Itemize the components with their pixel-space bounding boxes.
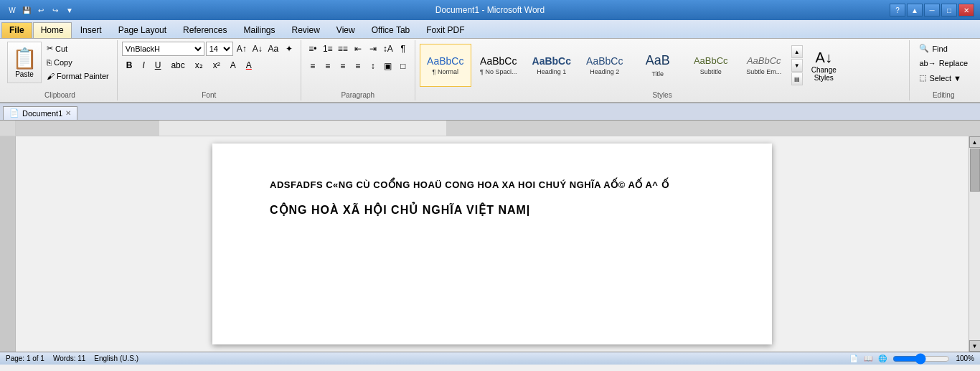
paste-button[interactable]: 📋 Paste [7, 42, 42, 83]
shading-btn[interactable]: ▣ [381, 59, 395, 73]
tab-mailings[interactable]: Mailings [235, 22, 283, 38]
scroll-thumb[interactable] [970, 149, 980, 192]
show-formatting-btn[interactable]: ¶ [396, 42, 410, 56]
vertical-scrollbar: ▲ ▼ [969, 136, 980, 352]
multilevel-list-btn[interactable]: ≡≡ [336, 42, 350, 56]
help-btn[interactable]: ? [890, 4, 905, 17]
styles-nav: ▲ ▼ ▤ [791, 45, 803, 85]
font-color-btn[interactable]: A [242, 59, 256, 72]
subscript-btn[interactable]: x₂ [191, 59, 207, 72]
document-page: ADSFADFS C«NG CÙ COỔNG HOAÜ CONG HOA XA … [212, 144, 772, 344]
editing-group: 🔍 Find ab→ Replace ⬚ Select ▼ Editing [910, 40, 977, 100]
select-button[interactable]: ⬚ Select ▼ [914, 71, 973, 85]
clipboard-group-label: Clipboard [44, 91, 75, 99]
style-normal-preview: AaBbCc [427, 55, 463, 67]
tab-pagelayout[interactable]: Page Layout [110, 22, 174, 38]
superscript-btn[interactable]: x² [209, 59, 225, 72]
align-center-btn[interactable]: ≡ [321, 59, 335, 73]
decrease-indent-btn[interactable]: ⇤ [351, 42, 365, 56]
save-btn[interactable]: 💾 [20, 4, 33, 17]
italic-button[interactable]: I [138, 59, 149, 72]
style-no-spacing-preview: AaBbCc [480, 55, 517, 67]
status-left: Page: 1 of 1 Words: 11 English (U.S.) [6, 354, 138, 362]
tab-insert[interactable]: Insert [72, 22, 110, 38]
style-heading1[interactable]: AaBbCc Heading 1 [526, 44, 578, 87]
doc-tab-icon: 📄 [9, 108, 19, 118]
replace-button[interactable]: ab→ Replace [914, 57, 973, 70]
para-row-1: ≡• 1≡ ≡≡ ⇤ ⇥ ↕A ¶ [306, 42, 410, 56]
close-btn[interactable]: ✕ [958, 4, 974, 17]
styles-container: AaBbCc ¶ Normal AaBbCc ¶ No Spaci... AaB… [420, 44, 790, 87]
style-subtle-em[interactable]: AaBbCc Subtle Em... [738, 44, 790, 87]
format-painter-button[interactable]: 🖌 Format Painter [43, 70, 113, 83]
styles-scroll-up-btn[interactable]: ▲ [791, 45, 803, 58]
undo-btn[interactable]: ↩ [34, 4, 47, 17]
scroll-up-btn[interactable]: ▲ [969, 136, 981, 148]
line-spacing-btn[interactable]: ↕ [366, 59, 380, 73]
minimize-btn[interactable]: ─ [924, 4, 940, 17]
view-web-btn[interactable]: 🌐 [878, 354, 887, 362]
styles-expand-btn[interactable]: ▤ [791, 72, 803, 85]
style-subtitle[interactable]: AaBbCc Subtitle [685, 44, 737, 87]
tab-review[interactable]: Review [283, 22, 327, 38]
increase-font-btn[interactable]: A↑ [235, 42, 249, 56]
zoom-slider[interactable] [892, 354, 950, 363]
align-right-btn[interactable]: ≡ [336, 59, 350, 73]
bold-button[interactable]: B [122, 59, 137, 72]
style-title[interactable]: AaB Title [632, 44, 684, 87]
sort-btn[interactable]: ↕A [381, 42, 395, 56]
cut-label: Cut [55, 44, 67, 53]
increase-indent-btn[interactable]: ⇥ [366, 42, 380, 56]
tab-view[interactable]: View [329, 22, 363, 38]
word-count: Words: 11 [53, 354, 85, 362]
justify-btn[interactable]: ≡ [351, 59, 365, 73]
styles-scroll-down-btn[interactable]: ▼ [791, 59, 803, 72]
align-left-btn[interactable]: ≡ [306, 59, 320, 73]
clear-format-btn[interactable]: ✦ [282, 42, 296, 56]
decrease-font-btn[interactable]: A↓ [250, 42, 265, 56]
document-scroll-area[interactable]: ADSFADFS C«NG CÙ COỔNG HOAÜ CONG HOA XA … [16, 136, 969, 352]
scroll-track[interactable] [969, 148, 980, 340]
underline-button[interactable]: U [151, 59, 166, 72]
tab-foxitpdf[interactable]: Foxit PDF [418, 22, 472, 38]
ruler-area [0, 121, 980, 136]
font-row-2: B I U abc x₂ x² A A [122, 59, 256, 72]
word-icon-btn[interactable]: W [6, 4, 19, 17]
tab-home[interactable]: Home [33, 22, 72, 38]
status-bar: Page: 1 of 1 Words: 11 English (U.S.) 📄 … [0, 352, 980, 365]
document-line-1: ADSFADFS C«NG CÙ COỔNG HOAÜ CONG HOA XA … [270, 179, 715, 190]
font-size-select[interactable]: 14 [206, 42, 233, 56]
strikethrough-btn[interactable]: abc [166, 59, 189, 72]
scroll-down-btn[interactable]: ▼ [969, 340, 981, 352]
styles-group: AaBbCc ¶ Normal AaBbCc ¶ No Spaci... AaB… [415, 40, 910, 100]
style-no-spacing-label: ¶ No Spaci... [480, 68, 517, 75]
ribbon-toggle-btn[interactable]: ▲ [907, 4, 923, 17]
window-title: Document1 - Microsoft Word [0, 5, 980, 15]
doc-tab-close-btn[interactable]: ✕ [65, 109, 71, 117]
tab-references[interactable]: References [175, 22, 235, 38]
document-line-2: CỘNG HOÀ XÃ HỘI CHỦ NGHĨA VIỆT NAM [270, 203, 715, 217]
tab-file[interactable]: File [1, 22, 32, 38]
style-title-label: Title [651, 70, 664, 78]
cut-button[interactable]: ✂ Cut [43, 42, 113, 55]
font-family-select[interactable]: VnBlackH [122, 42, 204, 56]
restore-btn[interactable]: □ [941, 4, 957, 17]
view-reading-btn[interactable]: 📖 [864, 354, 872, 362]
text-highlight-btn[interactable]: A [226, 59, 240, 72]
numbering-btn[interactable]: 1≡ [321, 42, 335, 56]
bullets-btn[interactable]: ≡• [306, 42, 320, 56]
find-button[interactable]: 🔍 Find [914, 42, 973, 55]
style-normal[interactable]: AaBbCc ¶ Normal [420, 44, 471, 87]
style-heading2[interactable]: AaBbCc Heading 2 [579, 44, 631, 87]
borders-btn[interactable]: □ [396, 59, 410, 73]
change-styles-button[interactable]: A↓ Change Styles [804, 44, 844, 86]
style-no-spacing[interactable]: AaBbCc ¶ No Spaci... [473, 44, 524, 87]
tab-officetab[interactable]: Office Tab [364, 22, 418, 38]
copy-button[interactable]: ⎘ Copy [43, 56, 113, 69]
view-print-btn[interactable]: 📄 [849, 354, 858, 362]
customize-btn[interactable]: ▼ [63, 4, 76, 17]
redo-btn[interactable]: ↪ [49, 4, 62, 17]
page-indicator: Page: 1 of 1 [6, 354, 44, 362]
document-tab[interactable]: 📄 Document1 ✕ [3, 106, 77, 120]
change-case-btn[interactable]: Aa [266, 42, 281, 56]
